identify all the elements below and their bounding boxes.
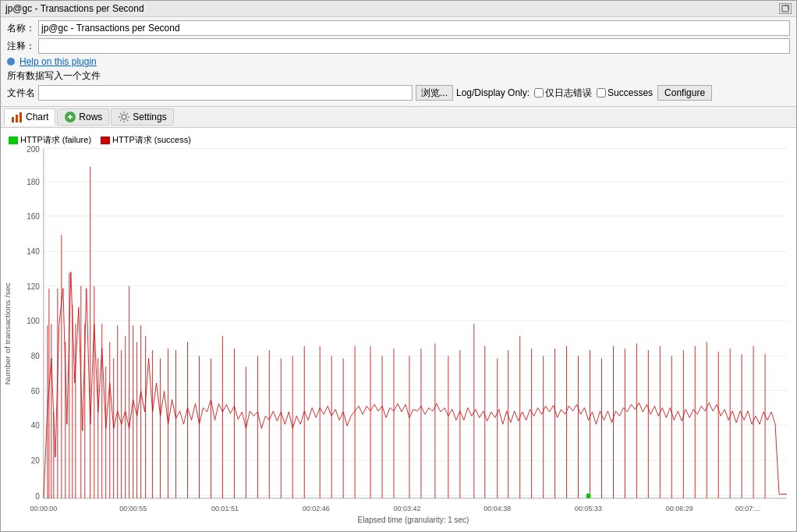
- window-controls: [779, 3, 792, 14]
- legend-failure-label: HTTP请求 (failure): [20, 134, 91, 146]
- svg-point-4: [122, 115, 126, 119]
- svg-text:0: 0: [35, 492, 40, 501]
- file-row: 文件名 浏览... Log/Display Only: 仅日志错误 Succes…: [7, 85, 790, 101]
- svg-point-121: [586, 493, 591, 498]
- svg-text:Number of transactions /sec: Number of transactions /sec: [3, 282, 12, 385]
- tab-rows-label: Rows: [79, 112, 102, 122]
- main-window: jp@gc - Transactions per Second 名称： 注释： …: [0, 0, 797, 532]
- svg-rect-0: [12, 117, 14, 122]
- tab-rows[interactable]: Rows: [57, 108, 109, 126]
- chart-legend: HTTP请求 (failure) HTTP请求 (success): [9, 134, 191, 146]
- legend-success-label: HTTP请求 (success): [112, 134, 191, 146]
- svg-text:00:06:29: 00:06:29: [666, 504, 693, 512]
- svg-text:00:01:51: 00:01:51: [211, 504, 239, 512]
- log-display-label: Log/Display Only:: [456, 87, 530, 98]
- svg-text:140: 140: [27, 247, 40, 256]
- svg-text:20: 20: [31, 456, 40, 465]
- only-errors-checkbox[interactable]: [534, 88, 544, 98]
- help-row: Help on this plugin: [7, 56, 790, 67]
- chart-icon: [11, 111, 23, 123]
- file-label: 文件名: [7, 87, 35, 100]
- tab-settings-label: Settings: [133, 112, 166, 122]
- legend-failure-color: [9, 137, 18, 144]
- svg-text:160: 160: [27, 212, 40, 221]
- svg-text:00:00:00: 00:00:00: [30, 504, 57, 512]
- log-display-area: Log/Display Only: 仅日志错误 Successes Config…: [456, 85, 712, 101]
- expand-button[interactable]: [779, 3, 792, 14]
- successes-checkbox[interactable]: [597, 88, 606, 98]
- comment-row: 注释：: [7, 38, 790, 54]
- svg-text:180: 180: [27, 178, 40, 186]
- window-title: jp@gc - Transactions per Second: [5, 3, 144, 14]
- svg-text:200: 200: [27, 144, 40, 153]
- settings-icon: [118, 111, 130, 123]
- help-link[interactable]: Help on this plugin: [19, 56, 97, 67]
- name-label: 名称：: [7, 22, 35, 35]
- svg-text:00:03:42: 00:03:42: [394, 504, 421, 512]
- name-input[interactable]: [38, 20, 790, 36]
- rows-icon: [64, 111, 76, 123]
- svg-rect-5: [1, 128, 796, 531]
- all-data-label: 所有数据写入一个文件: [7, 69, 101, 83]
- successes-label: Successes: [607, 87, 653, 98]
- comment-label: 注释：: [7, 40, 35, 53]
- legend-failure: HTTP请求 (failure): [9, 134, 91, 146]
- svg-text:00:05:33: 00:05:33: [575, 504, 602, 512]
- blue-dot-icon: [7, 58, 15, 66]
- chart-svg: 200 180 160 140 120 100 80 60 40 20 0 Nu…: [1, 128, 796, 531]
- all-data-row: 所有数据写入一个文件: [7, 69, 790, 83]
- svg-text:00:07:...: 00:07:...: [735, 504, 760, 512]
- svg-text:40: 40: [31, 421, 40, 430]
- comment-input[interactable]: [38, 38, 790, 54]
- configure-button[interactable]: Configure: [657, 85, 712, 101]
- name-row: 名称：: [7, 20, 790, 36]
- browse-button[interactable]: 浏览...: [416, 85, 453, 101]
- legend-success: HTTP请求 (success): [101, 134, 191, 146]
- legend-success-color: [101, 137, 110, 144]
- svg-text:60: 60: [31, 387, 40, 395]
- svg-rect-2: [19, 112, 22, 122]
- tab-chart[interactable]: Chart: [4, 108, 55, 126]
- tabs-bar: Chart Rows Settings: [1, 107, 796, 128]
- svg-text:00:02:46: 00:02:46: [303, 504, 330, 512]
- svg-text:100: 100: [27, 317, 40, 325]
- svg-text:120: 120: [27, 282, 40, 291]
- svg-text:00:04:38: 00:04:38: [484, 504, 511, 512]
- svg-text:00:00:55: 00:00:55: [119, 504, 147, 512]
- chart-area: HTTP请求 (failure) HTTP请求 (success) jmeter…: [1, 128, 796, 531]
- tab-chart-label: Chart: [26, 112, 48, 122]
- only-errors-label: 仅日志错误: [545, 87, 592, 100]
- form-area: 名称： 注释： Help on this plugin 所有数据写入一个文件 文…: [1, 17, 796, 107]
- tab-settings[interactable]: Settings: [111, 108, 173, 126]
- svg-text:Elapsed time (granularity: 1 s: Elapsed time (granularity: 1 sec): [358, 516, 469, 524]
- file-input[interactable]: [38, 85, 413, 101]
- svg-text:80: 80: [31, 352, 40, 360]
- successes-checkbox-label: Successes: [597, 87, 653, 98]
- only-errors-checkbox-label: 仅日志错误: [534, 87, 592, 100]
- title-bar: jp@gc - Transactions per Second: [1, 1, 796, 17]
- svg-rect-1: [16, 115, 18, 122]
